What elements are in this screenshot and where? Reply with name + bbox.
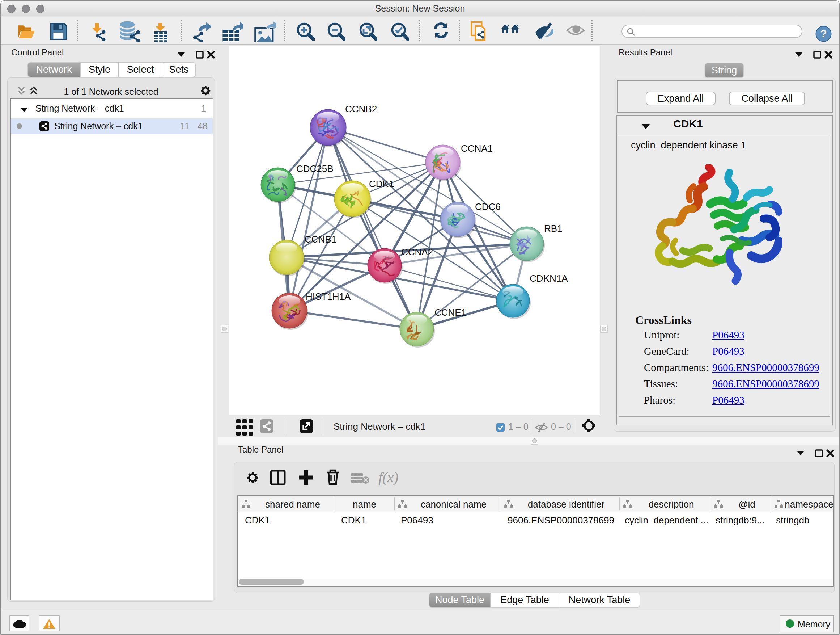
- svg-text:CCNE1: CCNE1: [434, 307, 466, 318]
- svg-text:CDK1: CDK1: [369, 179, 394, 189]
- svg-text:CCNB2: CCNB2: [345, 103, 377, 114]
- svg-text:RB1: RB1: [544, 223, 562, 234]
- svg-text:CCNA1: CCNA1: [461, 143, 493, 154]
- svg-text:HIST1H1A: HIST1H1A: [306, 291, 351, 302]
- svg-text:CDC25B: CDC25B: [296, 163, 333, 174]
- svg-text:CDC6: CDC6: [475, 201, 501, 212]
- svg-text:CCNB1: CCNB1: [305, 234, 336, 245]
- svg-text:CCNA2: CCNA2: [401, 247, 433, 257]
- svg-text:?: ?: [820, 27, 827, 40]
- svg-text:CDKN1A: CDKN1A: [530, 273, 568, 284]
